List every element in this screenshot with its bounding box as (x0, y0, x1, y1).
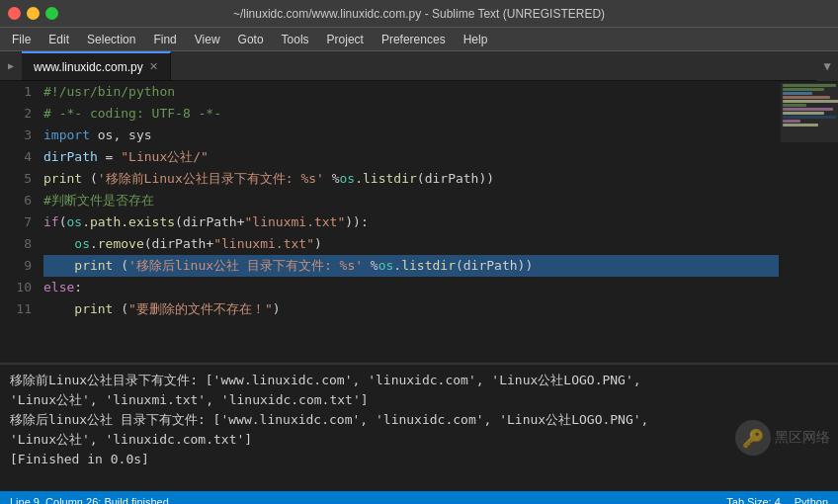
line-num-7: 7 (0, 211, 32, 233)
menu-project[interactable]: Project (319, 31, 372, 48)
close-button[interactable] (8, 7, 21, 20)
line-num-5: 5 (0, 168, 32, 190)
code-line-10: else: (43, 277, 779, 298)
line-num-3: 3 (0, 125, 32, 146)
line-num-6: 6 (0, 190, 32, 211)
watermark-text: 黑区网络 (775, 429, 830, 447)
terminal-line-3: 移除后linux公社 目录下有文件: ['www.linuxidc.com', … (10, 410, 828, 430)
menubar: File Edit Selection Find View Goto Tools… (0, 28, 838, 51)
code-line-11: print ("要删除的文件不存在！") (43, 298, 779, 320)
tab-close-icon[interactable]: ✕ (149, 60, 158, 73)
minimap (779, 81, 838, 363)
menu-file[interactable]: File (4, 31, 39, 48)
menu-edit[interactable]: Edit (41, 31, 77, 48)
line-num-1: 1 (0, 81, 32, 103)
menu-help[interactable]: Help (456, 31, 496, 48)
maximize-button[interactable] (45, 7, 58, 20)
code-line-4: dirPath = "Linux公社/" (43, 146, 779, 168)
line-num-10: 10 (0, 277, 32, 298)
titlebar: ~/linuxidc.com/www.linuxidc.com.py - Sub… (0, 0, 838, 28)
menu-find[interactable]: Find (145, 31, 184, 48)
tab-label: www.linuxidc.com.py (34, 60, 143, 74)
watermark-icon: 🔑 (735, 420, 771, 456)
window-title: ~/linuxidc.com/www.linuxidc.com.py - Sub… (233, 7, 605, 21)
statusbar: Line 9, Column 26; Build finished Tab Si… (0, 491, 838, 504)
editor-area: 1 2 3 4 5 6 7 8 9 10 11 #!/usr/bin/pytho… (0, 81, 838, 363)
code-line-3: import os, sys (43, 125, 779, 146)
line-num-8: 8 (0, 233, 32, 255)
terminal-line-1: 移除前Linux公社目录下有文件: ['www.linuxidc.com', '… (10, 371, 828, 390)
window-controls[interactable] (8, 7, 58, 20)
menu-goto[interactable]: Goto (230, 31, 272, 48)
menu-selection[interactable]: Selection (79, 31, 143, 48)
line-num-2: 2 (0, 103, 32, 125)
code-editor[interactable]: #!/usr/bin/python # -*- coding: UTF-8 -*… (38, 81, 779, 363)
terminal-line-4: 'Linux公社', 'linuxidc.com.txt'] (10, 430, 828, 450)
line-num-4: 4 (0, 146, 32, 168)
code-line-2: # -*- coding: UTF-8 -*- (43, 103, 779, 125)
tab-scroll-left[interactable]: ▶ (0, 51, 22, 80)
watermark: 🔑 黑区网络 (735, 420, 830, 456)
code-line-5: print ('移除前Linux公社目录下有文件: %s' %os.listdi… (43, 168, 779, 190)
statusbar-language[interactable]: Python (795, 496, 828, 504)
code-line-1: #!/usr/bin/python (43, 81, 779, 103)
tabbar: ▶ www.linuxidc.com.py ✕ ▼ (0, 51, 838, 81)
terminal-line-5: [Finished in 0.0s] (10, 450, 828, 469)
statusbar-status: Line 9, Column 26; Build finished (10, 496, 726, 504)
terminal-line-2: 'Linux公社', 'linuxmi.txt', 'linuxidc.com.… (10, 390, 828, 410)
menu-preferences[interactable]: Preferences (374, 31, 454, 48)
statusbar-tabsize[interactable]: Tab Size: 4 (726, 496, 780, 504)
code-line-8: os.remove(dirPath+"linuxmi.txt") (43, 233, 779, 255)
statusbar-right: Tab Size: 4 Python (726, 496, 828, 504)
code-line-9: print ('移除后linux公社 目录下有文件: %s' %os.listd… (43, 255, 779, 277)
tab-dropdown[interactable]: ▼ (816, 51, 838, 81)
menu-view[interactable]: View (187, 31, 228, 48)
code-line-7: if(os.path.exists(dirPath+"linuxmi.txt")… (43, 211, 779, 233)
menu-tools[interactable]: Tools (274, 31, 317, 48)
line-numbers: 1 2 3 4 5 6 7 8 9 10 11 (0, 81, 38, 363)
terminal-output: 移除前Linux公社目录下有文件: ['www.linuxidc.com', '… (0, 363, 838, 491)
minimize-button[interactable] (27, 7, 40, 20)
line-num-9: 9 (0, 255, 32, 277)
tab-file[interactable]: www.linuxidc.com.py ✕ (22, 51, 171, 80)
code-line-6: #判断文件是否存在 (43, 190, 779, 211)
line-num-11: 11 (0, 298, 32, 320)
